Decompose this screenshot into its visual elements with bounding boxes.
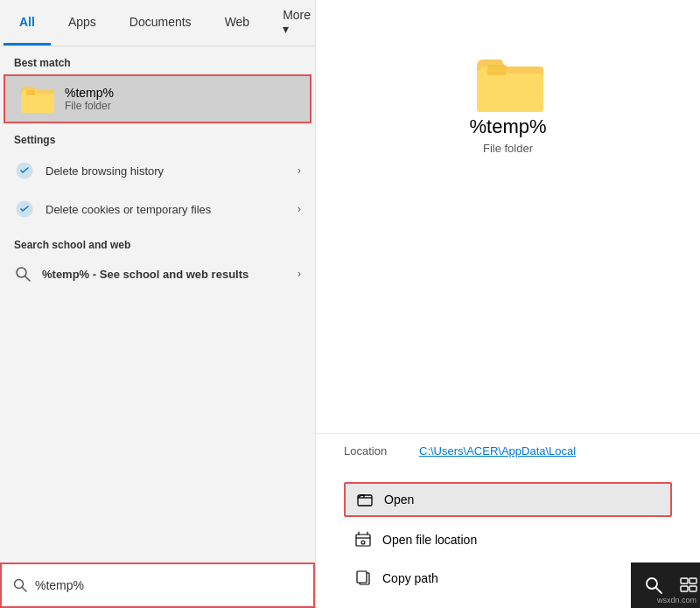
- folder-icon-xlarge: [473, 52, 543, 115]
- action-copy-path-text: Copy path: [382, 571, 438, 585]
- settings-icon-2: [14, 199, 35, 220]
- best-match-item[interactable]: %temp% File folder: [4, 74, 312, 123]
- best-match-label: Best match: [0, 46, 315, 74]
- svg-rect-11: [487, 65, 507, 75]
- tab-web[interactable]: Web: [209, 0, 266, 45]
- left-panel: All Apps Documents Web More ▾: [0, 0, 315, 608]
- svg-point-17: [647, 578, 657, 589]
- right-panel: %temp% File folder Location C:\Users\ACE…: [315, 0, 700, 608]
- svg-rect-21: [681, 586, 688, 591]
- tab-all[interactable]: All: [4, 0, 51, 45]
- action-copy-path[interactable]: Copy path: [344, 563, 672, 594]
- tab-documents[interactable]: Documents: [114, 0, 207, 45]
- watermark: wsxdn.com: [657, 596, 696, 605]
- tab-bar: All Apps Documents Web More ▾: [0, 0, 315, 46]
- search-input[interactable]: [35, 578, 303, 592]
- location-path[interactable]: C:\Users\ACER\AppData\Local: [419, 444, 576, 458]
- chevron-right-2: ›: [298, 203, 301, 215]
- svg-line-18: [656, 588, 662, 593]
- settings-text-1: Delete browsing history: [46, 164, 287, 178]
- search-icon-web: [14, 265, 32, 283]
- svg-rect-22: [690, 586, 696, 591]
- tab-apps[interactable]: Apps: [52, 0, 112, 45]
- folder-icon-large: [19, 83, 54, 115]
- action-open-text: Open: [384, 493, 414, 507]
- left-content: Best match %temp% File folder Settings D…: [0, 46, 315, 563]
- settings-item-delete-cookies[interactable]: Delete cookies or temporary files ›: [0, 190, 315, 228]
- search-web-label: Search school and web: [0, 228, 315, 256]
- open-icon: [356, 491, 374, 508]
- svg-point-14: [361, 541, 365, 544]
- svg-point-7: [17, 268, 26, 277]
- chevron-right-1: ›: [298, 164, 301, 177]
- svg-line-8: [25, 276, 30, 281]
- settings-icon-1: [14, 160, 35, 181]
- search-web-item[interactable]: %temp% - See school and web results ›: [0, 256, 315, 291]
- svg-rect-4: [26, 90, 35, 95]
- location-label: Location: [344, 444, 405, 458]
- svg-rect-19: [681, 578, 688, 584]
- right-title: %temp%: [469, 115, 546, 138]
- settings-text-2: Delete cookies or temporary files: [46, 203, 287, 216]
- settings-label: Settings: [0, 123, 315, 151]
- search-web-text: %temp% - See school and web results: [42, 268, 287, 281]
- action-open[interactable]: Open: [344, 482, 672, 517]
- open-location-icon: [354, 531, 372, 549]
- best-match-name: %temp%: [65, 86, 114, 100]
- settings-item-delete-history[interactable]: Delete browsing history ›: [0, 151, 315, 190]
- right-header: %temp% File folder: [316, 0, 700, 433]
- svg-line-10: [23, 588, 27, 592]
- right-subtitle: File folder: [483, 142, 533, 155]
- best-match-info: %temp% File folder: [65, 86, 114, 112]
- chevron-right-3: ›: [298, 268, 301, 280]
- action-open-location[interactable]: Open file location: [344, 524, 672, 556]
- search-box-container: [0, 563, 315, 608]
- location-row: Location C:\Users\ACER\AppData\Local: [316, 433, 700, 468]
- copy-path-icon: [354, 570, 372, 587]
- action-open-location-text: Open file location: [382, 533, 477, 547]
- search-box-icon: [12, 577, 28, 593]
- svg-rect-20: [690, 578, 696, 584]
- svg-rect-16: [357, 571, 367, 583]
- best-match-type: File folder: [65, 100, 114, 112]
